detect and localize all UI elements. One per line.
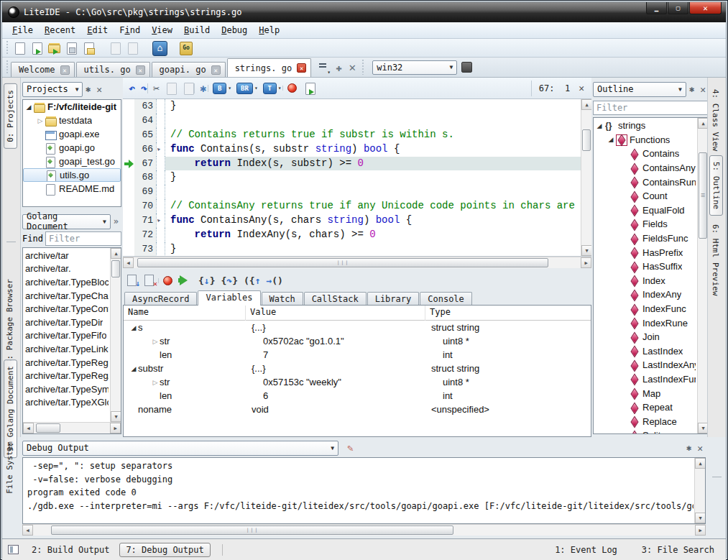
breakpoint-gutter[interactable] xyxy=(123,114,134,128)
scroll-right-icon[interactable]: ▶ xyxy=(581,257,591,268)
tree-expander[interactable] xyxy=(36,117,45,124)
menu-item[interactable]: Find xyxy=(114,24,146,37)
status-panel-tab[interactable]: 2: Build Output xyxy=(26,543,115,556)
scroll-up-icon[interactable]: ▲ xyxy=(111,248,121,259)
code-line[interactable]: 66 func Contains(s, substr string) bool … xyxy=(123,142,581,157)
code-text[interactable]: // Contains returns true if substr is wi… xyxy=(165,128,581,142)
redo-icon[interactable]: ↷ xyxy=(141,82,147,95)
code-line[interactable]: 68 } xyxy=(123,170,581,185)
debug-step-icon[interactable]: {↓} xyxy=(198,275,215,286)
output-horizontal-scrollbar[interactable]: ◀ ❘❘❘ ▶ xyxy=(22,524,706,536)
scrollbar-thumb[interactable] xyxy=(111,260,120,277)
breakpoint-gutter[interactable] xyxy=(123,199,134,214)
environment-button[interactable] xyxy=(461,62,472,73)
panel-close-icon[interactable]: ✕ xyxy=(697,443,703,454)
code-text[interactable]: return IndexAny(s, chars) >= 0 xyxy=(165,228,581,242)
document-list-item[interactable]: archive/tar xyxy=(25,249,110,262)
editor-close-icon[interactable]: ✕ xyxy=(577,83,591,93)
scroll-down-icon[interactable]: ▼ xyxy=(111,411,121,422)
side-tab[interactable]: 4: Class View xyxy=(709,83,722,157)
breakpoint-gutter[interactable] xyxy=(123,128,134,142)
code-text[interactable]: func ContainsAny(s, chars string) bool { xyxy=(165,214,581,228)
variable-row[interactable]: str 0x5702ac "go1.0.1" uint8 * xyxy=(124,334,591,348)
close-all-tabs-icon[interactable]: ✕ xyxy=(349,60,356,74)
test-icon[interactable]: T xyxy=(263,83,277,94)
side-tab[interactable]: 5: Outline xyxy=(709,155,723,216)
outline-item[interactable]: strings xyxy=(594,119,697,133)
title-bar[interactable]: LiteIDE - C:\Go\src\pkg\strings\strings.… xyxy=(2,2,726,22)
status-panel-tab[interactable]: 3: File Search xyxy=(636,543,720,556)
code-text[interactable]: } xyxy=(165,170,581,185)
code-line[interactable]: 69 xyxy=(123,185,581,199)
outline-item[interactable]: EqualFold xyxy=(594,203,697,218)
outline-item[interactable]: LastIndexFunc xyxy=(594,372,697,387)
export-debug-icon[interactable] xyxy=(302,81,318,96)
find-filter-input[interactable] xyxy=(45,231,121,246)
debug-tab[interactable]: Console xyxy=(420,292,472,305)
project-tree-item[interactable]: goapi.exe xyxy=(23,127,121,141)
maximize-button[interactable]: ▢ xyxy=(668,2,688,14)
fold-gutter[interactable] xyxy=(156,157,165,171)
menu-item[interactable]: Build xyxy=(178,24,216,37)
debug-tab[interactable]: Watch xyxy=(262,292,303,305)
column-type[interactable]: Type xyxy=(425,306,591,321)
continue-icon[interactable] xyxy=(180,275,193,285)
output-combo[interactable]: Debug Output▼ xyxy=(22,441,338,456)
toolbar-icon[interactable] xyxy=(29,41,45,55)
build-icon[interactable]: B xyxy=(213,83,226,94)
code-text[interactable]: func Contains(s, substr string) bool { xyxy=(165,142,581,157)
document-tab[interactable]: goapi. go ✕ xyxy=(152,62,226,77)
code-line[interactable]: 65 // Contains returns true if substr is… xyxy=(123,128,581,142)
side-tab[interactable]: 0: Projects xyxy=(4,83,17,149)
breakpoint-gutter[interactable] xyxy=(123,157,134,171)
outline-item[interactable]: Map xyxy=(594,386,697,400)
scroll-up-icon[interactable]: ▲ xyxy=(695,458,706,469)
toolbar-icon[interactable] xyxy=(151,41,167,55)
fold-gutter[interactable] xyxy=(156,128,165,142)
fold-gutter[interactable] xyxy=(156,114,165,128)
variable-row[interactable]: substr {...} struct string xyxy=(124,362,591,375)
editor-vertical-scrollbar[interactable]: ▲ ▼ xyxy=(581,99,591,256)
breakpoint-gutter[interactable] xyxy=(123,170,134,185)
splitter-grip[interactable] xyxy=(712,477,722,477)
document-list-item[interactable]: archive/tar.TypeFifo xyxy=(25,329,110,343)
outline-item[interactable]: Join xyxy=(594,330,697,344)
outline-item[interactable]: LastIndex xyxy=(594,344,697,359)
close-tab-icon[interactable]: ✕ xyxy=(297,63,306,73)
tab-list-icon[interactable] xyxy=(319,63,328,71)
code-text[interactable]: return Index(s, substr) >= 0 xyxy=(165,157,581,171)
toolbar-icon[interactable] xyxy=(124,41,140,55)
scrollbar-thumb[interactable] xyxy=(36,423,60,433)
fold-gutter[interactable] xyxy=(156,142,165,157)
env-grip[interactable] xyxy=(361,60,365,75)
build-dropdown-icon[interactable]: ▾ xyxy=(228,85,231,91)
list-horizontal-scrollbar[interactable]: ◀ ▶ xyxy=(23,422,121,433)
variable-row[interactable]: s {...} struct string xyxy=(124,321,591,334)
panel-gear-icon[interactable]: ✱ xyxy=(689,84,694,94)
close-tab-icon[interactable]: ✕ xyxy=(211,65,221,75)
clear-output-icon[interactable]: ✎ xyxy=(347,442,353,454)
menu-item[interactable]: Debug xyxy=(216,24,253,37)
variable-row[interactable]: len 6 int xyxy=(124,389,591,403)
document-list-item[interactable]: archive/tar.TypeLink xyxy=(25,342,110,356)
tabbar-grip[interactable] xyxy=(5,60,9,75)
column-name[interactable]: Name xyxy=(124,306,246,321)
scroll-right-icon[interactable]: ▶ xyxy=(110,423,121,433)
build-run-icon[interactable]: BR xyxy=(236,83,253,94)
document-list-item[interactable]: archive/tar.TypeBlock xyxy=(25,275,110,289)
menu-item[interactable]: Edit xyxy=(81,24,114,37)
status-panel-tab[interactable]: 7: Debug Output xyxy=(119,543,210,557)
close-tab-icon[interactable]: ✕ xyxy=(60,65,70,75)
menu-item[interactable]: Recent xyxy=(39,24,81,37)
debug-step-icon[interactable]: ({↑ xyxy=(244,275,260,286)
build-run-dropdown-icon[interactable]: ▾ xyxy=(254,85,258,91)
document-list-item[interactable]: archive/tar.TypeChar xyxy=(25,289,110,303)
debug-tab[interactable]: AsyncRecord xyxy=(124,292,197,305)
toolbar-icon[interactable] xyxy=(178,41,193,55)
debug-tab[interactable]: Variables xyxy=(198,290,260,306)
breakpoint-gutter[interactable] xyxy=(123,185,134,199)
breakpoint-gutter[interactable] xyxy=(123,228,134,242)
scroll-left-icon[interactable]: ◀ xyxy=(22,525,33,536)
tree-expander[interactable] xyxy=(607,136,615,143)
toolbar-icon[interactable] xyxy=(11,41,27,55)
